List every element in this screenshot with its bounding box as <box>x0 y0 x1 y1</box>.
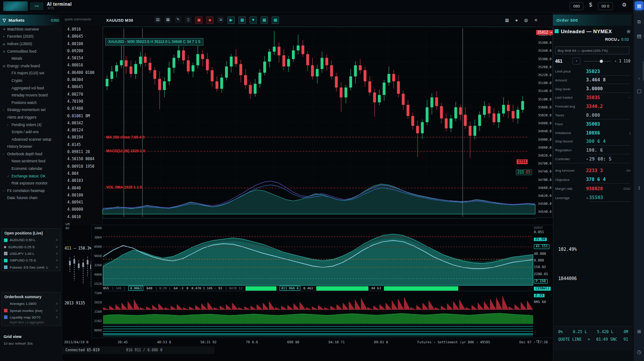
quote-value[interactable]: 0.07408 <box>62 105 103 112</box>
quote-value[interactable]: 4.00100 <box>62 192 103 199</box>
close-icon[interactable]: ✕ <box>534 18 538 23</box>
quote-value[interactable]: 0.00304 <box>62 76 103 83</box>
quote-value[interactable]: 4.00645 <box>62 83 103 90</box>
sidebar-item[interactable]: ›FX correlation heatmap <box>0 187 62 195</box>
doc-icon[interactable]: ▯ <box>185 16 192 23</box>
draw-icon[interactable]: ✎ <box>175 16 181 23</box>
quantity-slider[interactable] <box>584 61 611 61</box>
field-value[interactable]: 35503 <box>589 194 630 202</box>
field-value[interactable]: 35023 <box>586 68 630 76</box>
position-row[interactable]: Futures: ES Dec contr. L≡ <box>2 264 60 271</box>
quote-value[interactable]: 4.00270 <box>62 91 103 98</box>
quote-value[interactable]: 4.06400 0100 <box>62 69 103 76</box>
quote-value[interactable]: 0.00910 1950 <box>62 163 103 170</box>
summary-row[interactable]: Spread monitor (live)≡ <box>2 307 60 314</box>
quote-value[interactable]: 4.0010 <box>62 213 103 220</box>
quote-value[interactable]: 4.00103 <box>62 177 103 184</box>
instrument-info-icon[interactable]: ◉ <box>626 28 631 34</box>
sidebar-item[interactable]: Positions watch <box>0 99 62 107</box>
panel-2-icon[interactable]: ▢ <box>635 87 643 95</box>
slider-knob[interactable] <box>600 60 603 63</box>
layout-grid-icon[interactable]: ▦ <box>505 18 509 23</box>
quote-value[interactable]: 4.00100 <box>62 40 103 47</box>
sidebar-item[interactable]: ⊞Energy: crude board <box>0 62 62 70</box>
sidebar-item[interactable]: ›Pending orders (4) <box>0 121 62 129</box>
dollar-icon[interactable]: $ <box>589 2 592 8</box>
expand-icon[interactable]: ⇲ <box>217 16 224 23</box>
quote-value[interactable]: 4.00941 <box>62 199 103 206</box>
sidebar-item[interactable]: ⁝Strategy momentum set <box>0 107 62 114</box>
order-type-input[interactable]: Buy limit 64 — quoted (100.7%) <box>555 46 629 54</box>
quote-value[interactable]: 4.0040 <box>62 184 103 192</box>
indicator-4-icon[interactable]: ▦ <box>272 16 279 24</box>
sidebar-item[interactable]: ≡Favorites (2020) <box>0 33 62 41</box>
layers-icon[interactable]: ▤ <box>154 16 161 23</box>
sidebar-item[interactable]: ≋Commodities feed <box>0 48 62 55</box>
position-row[interactable]: GBPUSD 0.75 S≡ <box>2 257 60 264</box>
row-menu-icon[interactable]: ≡ <box>56 265 58 269</box>
quote-value[interactable]: 0.09811 20 <box>62 148 103 155</box>
field-value[interactable]: 3.0000 <box>586 85 630 93</box>
decrement-arrow-icon[interactable]: ◂ <box>586 196 588 200</box>
instrument-row[interactable]: Unleaded — NYMEX ◉ <box>555 28 631 34</box>
sidebar-item[interactable]: Scripts / add-ons <box>0 128 62 136</box>
time-axis[interactable]: 2013/04/19 020:4540:53 850:31 9279 0.069… <box>64 339 632 345</box>
quantity-value[interactable]: 461 <box>555 59 563 64</box>
sidebar-item[interactable]: News sentiment feed <box>0 158 62 165</box>
windows-icon[interactable]: ⊞ <box>635 327 643 335</box>
sidebar-item[interactable]: ▼Watchlists overview <box>0 26 62 33</box>
counter-badge-right[interactable]: 00 0 <box>598 2 613 10</box>
summary-row[interactable]: Liquidity map 30/70≡ <box>2 314 60 321</box>
row-menu-icon[interactable]: ≡ <box>56 245 58 249</box>
field-value[interactable]: 0.000 <box>586 111 630 119</box>
indicator-3-icon[interactable]: ▩ <box>261 16 268 24</box>
quote-value[interactable]: 4.08645 <box>62 33 103 40</box>
sidebar-item[interactable]: Crypto <box>0 77 62 84</box>
sidebar-item[interactable]: Risk exposure monitor <box>0 180 62 187</box>
indicator-2-icon[interactable]: ▦ <box>238 16 246 24</box>
sidebar-item[interactable]: FX majors (G10) set <box>0 70 62 77</box>
position-row[interactable]: USDJPY 1.00 L≡ <box>2 250 60 257</box>
field-value[interactable]: 2233 3 <box>586 167 625 174</box>
buy-marker-icon[interactable]: ▼ <box>249 16 257 24</box>
sell-icon[interactable]: ◈ <box>206 16 214 24</box>
alert-icon[interactable]: ▣ <box>195 16 203 24</box>
quote-value[interactable]: 4.00194 <box>62 134 103 141</box>
dial-icon[interactable]: ◔ <box>572 58 580 65</box>
clock-icon[interactable]: ◷ <box>635 348 643 356</box>
quote-value[interactable]: 4.004 <box>62 170 103 177</box>
row-menu-icon[interactable]: ≡ <box>56 252 58 256</box>
sidebar-item[interactable]: Metals <box>0 55 62 62</box>
row-menu-icon[interactable]: ≡ <box>56 315 58 319</box>
copy-icon[interactable]: ⧉ <box>635 18 643 26</box>
quote-value[interactable]: 4.50150 0004 <box>62 155 103 162</box>
field-value[interactable]: 35003 <box>586 120 630 128</box>
quote-value[interactable]: 4.00124 <box>62 127 103 134</box>
sidebar-item[interactable]: Intraday movers board <box>0 92 62 99</box>
price-axis[interactable]: 35420.035380.035340.035300.035260.035220… <box>536 27 553 218</box>
position-row[interactable]: EURUSD 0.25 S≡ <box>2 243 60 250</box>
minimize-icon[interactable]: ● <box>515 18 518 23</box>
sidebar-item[interactable]: Alerts and triggers <box>0 114 62 121</box>
order-panel-header[interactable]: Order 500 <box>553 15 632 26</box>
panel-icon[interactable]: ▤ <box>635 32 643 40</box>
field-value[interactable]: 100X6 <box>586 129 628 137</box>
indicator-1-icon[interactable]: ▶ <box>227 16 235 24</box>
sidebar-item[interactable]: Aggregated vol feed <box>0 84 62 92</box>
field-value[interactable]: 378 6 4 <box>586 176 630 184</box>
quote-value[interactable]: 4.0916 <box>62 26 103 33</box>
quote-value[interactable]: 4.00342 <box>62 119 103 127</box>
sidebar-item[interactable]: ◈Indices (13500) <box>0 40 62 48</box>
markets-header[interactable]: ▽ Markets 0360 <box>0 15 62 26</box>
quote-value[interactable]: 4.00016 <box>62 61 103 69</box>
gear-icon[interactable]: ⚙ <box>622 2 627 8</box>
field-value[interactable]: 3.464 8 <box>586 76 630 84</box>
field-value[interactable]: 35035 <box>586 94 627 101</box>
counter-badge-left[interactable]: 080 <box>570 2 583 10</box>
field-value[interactable]: 29 60: 5 <box>589 155 630 163</box>
text-cursor-icon[interactable]: I <box>635 184 643 192</box>
candlestick-chart[interactable] <box>103 27 535 218</box>
field-value[interactable]: 938020 <box>586 185 621 192</box>
position-row[interactable]: AUDUSD 0.50 L≡ <box>2 237 60 243</box>
sidebar-item[interactable]: History browser <box>0 143 62 151</box>
